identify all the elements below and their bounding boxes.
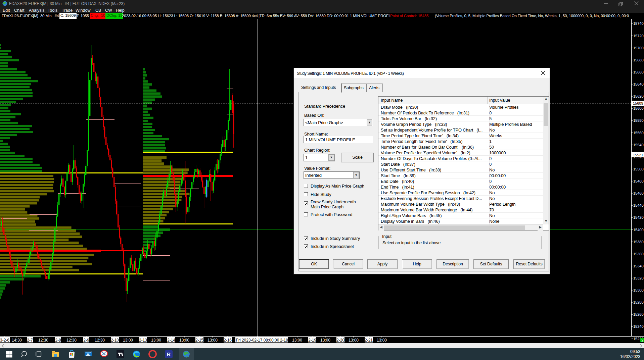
svg-text:15500: 15500	[633, 167, 644, 171]
svg-text:13:00: 13:00	[151, 338, 161, 343]
svg-text:15521: 15521	[633, 153, 643, 157]
svg-text:15460: 15460	[633, 191, 644, 195]
svg-text:15540: 15540	[633, 143, 644, 147]
svg-text:15380: 15380	[633, 240, 644, 244]
svg-text:15440: 15440	[633, 203, 644, 207]
svg-text:2-18: 2-18	[280, 338, 288, 343]
svg-text:2-20: 2-20	[336, 338, 344, 343]
svg-text:2-21: 2-21	[365, 338, 373, 343]
svg-text:15640: 15640	[633, 82, 644, 86]
svg-text:Fri 2023-02-17 08:00:00: Fri 2023-02-17 08:00:00	[236, 338, 279, 343]
svg-text:15360: 15360	[633, 252, 644, 256]
svg-text:15480: 15480	[633, 179, 644, 183]
svg-text:15740: 15740	[633, 21, 644, 25]
svg-text:15340: 15340	[633, 264, 644, 268]
svg-text:2-15: 2-15	[195, 338, 203, 343]
svg-text:15560: 15560	[633, 131, 644, 135]
svg-text:15280: 15280	[633, 300, 644, 304]
svg-text:13:00: 13:00	[377, 338, 387, 343]
svg-text:13:00: 13:00	[320, 338, 330, 343]
svg-text:2-13: 2-13	[139, 338, 147, 343]
svg-text:2-8: 2-8	[55, 338, 61, 343]
svg-text:15720: 15720	[633, 34, 644, 38]
svg-text:13:00: 13:00	[179, 338, 189, 343]
svg-text:15260: 15260	[633, 312, 644, 316]
svg-text:13:00: 13:00	[208, 338, 218, 343]
svg-text:15620: 15620	[633, 94, 644, 98]
svg-text:16/02/2023: 16/02/2023	[620, 354, 640, 359]
svg-text:R: R	[167, 351, 171, 357]
svg-text:2-16: 2-16	[224, 338, 232, 343]
svg-text:12:30: 12:30	[38, 338, 48, 343]
svg-text:15420: 15420	[633, 215, 644, 219]
svg-text:2-10: 2-10	[111, 338, 119, 343]
svg-text:2-7: 2-7	[27, 338, 33, 343]
svg-text:13:00: 13:00	[349, 338, 359, 343]
svg-text:2: 2	[641, 338, 643, 342]
svg-text:12:30: 12:30	[95, 338, 105, 343]
svg-text:13:00: 13:00	[292, 338, 302, 343]
svg-text:15320: 15320	[633, 276, 644, 280]
svg-text:15609: 15609	[633, 101, 643, 105]
svg-text:15660: 15660	[633, 70, 644, 74]
svg-text:2-14: 2-14	[167, 338, 175, 343]
svg-text:15680: 15680	[633, 58, 644, 62]
svg-text:12:30: 12:30	[66, 338, 77, 343]
svg-text:15580: 15580	[633, 118, 644, 122]
svg-text:15240: 15240	[633, 324, 644, 328]
svg-text:2-9: 2-9	[83, 338, 89, 343]
svg-text:15700: 15700	[633, 46, 644, 50]
svg-text:15400: 15400	[633, 228, 644, 232]
svg-text:15600: 15600	[633, 106, 644, 110]
svg-text:14:30: 14:30	[12, 338, 22, 343]
svg-text:13:00: 13:00	[123, 338, 133, 343]
svg-text:3-2-6: 3-2-6	[0, 338, 9, 343]
svg-text:15300: 15300	[633, 288, 644, 292]
svg-text:09:53: 09:53	[630, 349, 640, 354]
svg-text:2-19: 2-19	[308, 338, 316, 343]
